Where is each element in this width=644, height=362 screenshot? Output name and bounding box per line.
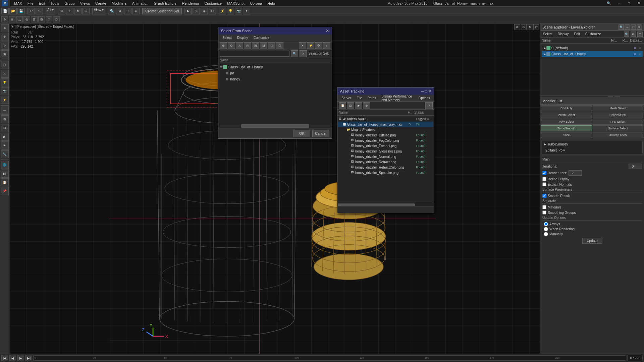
vp-maximize-btn[interactable]: ⊡ bbox=[533, 24, 539, 30]
surface-select-btn[interactable]: Surface Select bbox=[593, 125, 644, 131]
dlg-tree-row-glass[interactable]: ▼ Glass_Jar_of_Honey bbox=[219, 64, 331, 70]
se-search-btn[interactable]: 🔍 bbox=[619, 24, 624, 30]
at-menu-file[interactable]: File bbox=[354, 96, 365, 101]
ffd-select-btn[interactable]: FFD Select bbox=[593, 119, 644, 125]
lt-layer[interactable]: ◧ bbox=[1, 170, 9, 178]
dlg-tb-options-btn[interactable]: ⚙ bbox=[315, 42, 322, 49]
helpers-btn[interactable]: ⚡ bbox=[219, 8, 226, 14]
new-btn[interactable]: 📄 bbox=[1, 8, 9, 14]
lt-lights[interactable]: 💡 bbox=[1, 78, 9, 86]
sub-btn2[interactable]: ⊕ bbox=[9, 16, 15, 22]
at-close-btn[interactable]: ✕ bbox=[428, 89, 431, 94]
menu-edit[interactable]: Edit bbox=[36, 1, 48, 6]
menu-modifiers[interactable]: Modifiers bbox=[109, 1, 129, 6]
se-menu-display[interactable]: Display bbox=[555, 32, 572, 37]
dlg-clear-btn[interactable]: ✕ bbox=[300, 50, 307, 57]
dlg-find-btn[interactable]: 🔍 bbox=[291, 50, 298, 57]
at-help-btn[interactable]: ? bbox=[425, 102, 433, 109]
ts-always-radio[interactable] bbox=[544, 222, 548, 226]
layer-render-default[interactable]: ☀ bbox=[637, 46, 642, 50]
select-dialog-ok-btn[interactable]: OK bbox=[293, 130, 310, 137]
lt-cameras[interactable]: 📷 bbox=[1, 87, 9, 95]
menu-views[interactable]: Views bbox=[77, 1, 93, 6]
lt-utilities[interactable]: 🔧 bbox=[1, 150, 9, 158]
at-row[interactable]: 📄 Glass_Jar_of_Honey_max_vray.max D... O… bbox=[338, 122, 433, 127]
tl-play-btn[interactable]: ▶ bbox=[17, 355, 24, 361]
mat-editor-btn[interactable]: ◈ bbox=[201, 8, 208, 14]
menu-graph-editors[interactable]: Graph Editors bbox=[151, 1, 179, 6]
ts-update-btn[interactable]: Update bbox=[582, 238, 602, 244]
at-tb-btn4[interactable]: ⊕ bbox=[363, 102, 370, 109]
select-dialog-titlebar[interactable]: Select From Scene ✕ bbox=[218, 27, 332, 35]
select-dialog-menu-display[interactable]: Display bbox=[234, 35, 251, 40]
at-row[interactable]: 🖼 honey_drizzler_Normal.png Found bbox=[338, 154, 433, 159]
menu-help[interactable]: Help bbox=[265, 1, 278, 6]
at-row[interactable]: 📁 Maps / Shaders bbox=[338, 127, 433, 132]
mirror-btn[interactable]: ⊡ bbox=[124, 8, 131, 14]
at-row[interactable]: 🏛 Autodesk Vault Logged O... bbox=[338, 116, 433, 122]
lt-asset[interactable]: 📋 bbox=[1, 178, 9, 186]
select-dialog-scrollbar[interactable] bbox=[218, 124, 332, 128]
dlg-tb-btn2[interactable]: ⊙ bbox=[228, 42, 235, 49]
lt-move[interactable]: ✛ bbox=[1, 33, 9, 41]
se-toolbar-btn2[interactable]: ⊕ bbox=[631, 32, 636, 37]
at-menu-options[interactable]: Options bbox=[416, 96, 433, 101]
ts-render-iters-input[interactable] bbox=[569, 170, 582, 176]
lt-hierarchy[interactable]: ⊠ bbox=[1, 124, 9, 132]
rotate-btn[interactable]: ↻ bbox=[74, 8, 82, 14]
vp-pan-btn[interactable]: ⊕ bbox=[514, 24, 520, 30]
sub-btn5[interactable]: ⊠ bbox=[31, 16, 38, 22]
lt-motion[interactable]: ▶ bbox=[1, 133, 9, 141]
layer-render-glass[interactable]: ☀ bbox=[637, 52, 642, 56]
render-frame-btn[interactable]: ⊟ bbox=[209, 8, 216, 14]
dlg-tb-filter-btn[interactable]: ⚡ bbox=[307, 42, 314, 49]
undo-btn[interactable]: ↩ bbox=[28, 8, 35, 14]
maximize-btn[interactable]: □ bbox=[624, 0, 634, 7]
mesh-select-btn[interactable]: Mesh Select bbox=[593, 105, 644, 111]
dlg-tb-sort-btn[interactable]: ↕ bbox=[323, 42, 330, 49]
vp-zoom-btn[interactable]: ⊙ bbox=[521, 24, 527, 30]
lt-rotate[interactable]: ↻ bbox=[1, 42, 9, 50]
sub-btn6[interactable]: ⊡ bbox=[38, 16, 45, 22]
at-scrollbar-thumb[interactable] bbox=[338, 203, 415, 206]
se-minimize-btn[interactable]: ─ bbox=[625, 24, 630, 30]
turbosmooth-btn[interactable]: TurboSmooth bbox=[541, 125, 592, 131]
select-dialog-search-input[interactable] bbox=[220, 51, 289, 57]
tl-prev-btn[interactable]: ◀ bbox=[9, 355, 16, 361]
render-btn[interactable]: ▷ bbox=[193, 8, 200, 14]
menu-corona[interactable]: Corona bbox=[247, 1, 265, 6]
menu-group[interactable]: Group bbox=[62, 1, 77, 6]
dlg-tb-btn4[interactable]: ◎ bbox=[244, 42, 251, 49]
at-row[interactable]: 🖼 honey_drizzler_Fresnel.png Found bbox=[338, 143, 433, 148]
se-menu-customize[interactable]: Customize bbox=[583, 32, 604, 37]
asset-tracking-dialog[interactable]: Asset Tracking ─ □ ✕ Server File Paths B… bbox=[337, 87, 434, 213]
view-dropdown[interactable]: View ▾ bbox=[92, 8, 105, 14]
at-minimize-btn[interactable]: ─ bbox=[421, 89, 424, 94]
tl-start-btn[interactable]: |◀ bbox=[1, 355, 8, 361]
slice-btn[interactable]: Slice bbox=[541, 132, 592, 138]
lt-scale[interactable]: ⊞ bbox=[1, 50, 9, 58]
move-btn[interactable]: ✛ bbox=[66, 8, 73, 14]
dlg-tree-row-honey[interactable]: honey bbox=[219, 76, 331, 82]
layer-visibility-glass[interactable]: ❄ bbox=[633, 52, 637, 56]
layer-row-default[interactable]: ▶ 0 (default) ❄ ☀ bbox=[542, 45, 643, 51]
dlg-tb-btn7[interactable]: □ bbox=[268, 42, 275, 49]
snap-btn[interactable]: 🔩 bbox=[108, 8, 115, 14]
dlg-tb-btn1[interactable]: ⊕ bbox=[220, 42, 227, 49]
at-maximize-btn[interactable]: □ bbox=[425, 89, 427, 94]
snap2-btn[interactable]: ⚙ bbox=[116, 8, 123, 14]
select-dialog-cancel-btn[interactable]: Cancel bbox=[312, 130, 329, 137]
dlg-tb-btn8[interactable]: ⬡ bbox=[276, 42, 283, 49]
se-menu-edit[interactable]: Edit bbox=[572, 32, 583, 37]
select-btn[interactable]: ⊕ bbox=[58, 8, 65, 14]
menu-animation[interactable]: Animation bbox=[129, 1, 151, 6]
se-close-btn[interactable]: ✕ bbox=[637, 24, 642, 30]
ts-render-iters-check[interactable] bbox=[542, 171, 546, 175]
at-menu-bitmap[interactable]: Bitmap Performance and Memory bbox=[379, 94, 416, 103]
menu-customize[interactable]: Customize bbox=[202, 1, 224, 6]
create-selection-btn[interactable]: Create Selection Sel bbox=[142, 8, 182, 14]
at-row[interactable]: 🖼 honey_drizzler_Glossiness.png Found bbox=[338, 148, 433, 154]
lt-select[interactable]: ⊕ bbox=[1, 24, 9, 32]
dlg-tb-btn3[interactable]: △ bbox=[236, 42, 243, 49]
se-menu-select[interactable]: Select bbox=[540, 32, 555, 37]
